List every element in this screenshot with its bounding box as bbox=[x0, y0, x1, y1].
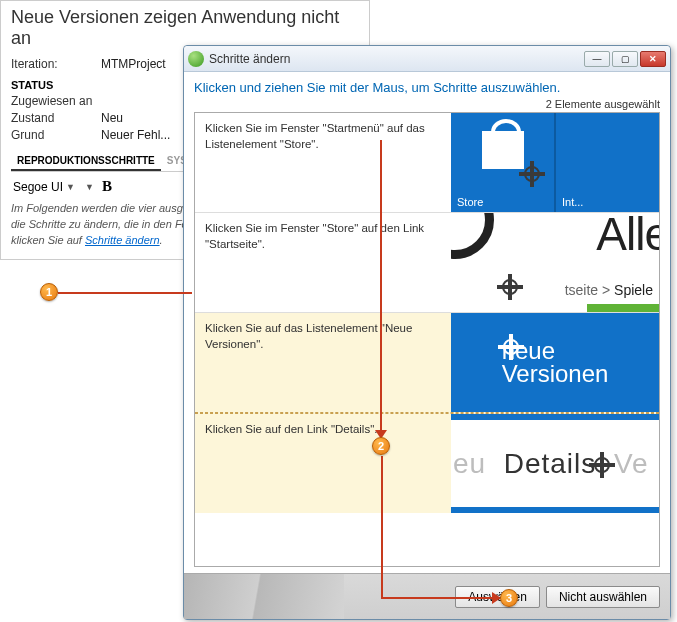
workitem-title: Neue Versionen zeigen Anwendung nicht an bbox=[11, 7, 359, 49]
tile-internet: Int... bbox=[554, 113, 659, 212]
dialog-footer: Auswählen Nicht auswählen bbox=[184, 573, 670, 619]
crosshair-icon bbox=[589, 452, 615, 478]
dialog-body: Klicken und ziehen Sie mit der Maus, um … bbox=[184, 72, 670, 573]
titlebar[interactable]: Schritte ändern — ▢ ✕ bbox=[184, 46, 670, 72]
green-bar bbox=[587, 304, 659, 312]
step-text: Klicken Sie im Fenster "Startmenü" auf d… bbox=[195, 113, 451, 212]
footer-decoration bbox=[184, 574, 344, 619]
reason-value[interactable]: Neuer Fehl... bbox=[101, 128, 170, 142]
state-label: Zustand bbox=[11, 111, 101, 125]
font-dropdown[interactable]: Segoe UI ▼ bbox=[11, 179, 77, 195]
tile-text: eu Details Ve bbox=[451, 448, 649, 480]
bold-button[interactable]: B bbox=[102, 178, 112, 195]
arc-decoration bbox=[451, 213, 494, 259]
crosshair-icon bbox=[498, 334, 524, 360]
step-row[interactable]: Klicken Sie im Fenster "Store" auf den L… bbox=[195, 213, 659, 313]
chevron-down-icon: ▼ bbox=[85, 182, 94, 192]
breadcrumb: tseite > Spiele bbox=[565, 282, 653, 298]
arrow-line bbox=[380, 140, 382, 432]
callout-3: 3 bbox=[500, 589, 518, 607]
step-thumbnail: Store Int... bbox=[451, 113, 659, 212]
step-thumbnail: neueVersionen bbox=[451, 313, 659, 412]
tile-store: Store bbox=[451, 113, 554, 212]
reason-label: Grund bbox=[11, 128, 101, 142]
app-icon bbox=[188, 51, 204, 67]
arrow-line bbox=[381, 597, 494, 599]
change-steps-dialog: Schritte ändern — ▢ ✕ Klicken und ziehen… bbox=[183, 45, 671, 620]
arrow-line bbox=[58, 292, 192, 294]
assigned-label: Zugewiesen an bbox=[11, 94, 101, 108]
step-row[interactable]: Klicken Sie auf den Link "Details". eu D… bbox=[195, 413, 659, 513]
instruction-text: Klicken und ziehen Sie mit der Maus, um … bbox=[194, 80, 660, 95]
step-row[interactable]: Klicken Sie im Fenster "Startmenü" auf d… bbox=[195, 113, 659, 213]
step-thumbnail: eu Details Ve bbox=[451, 414, 659, 513]
close-button[interactable]: ✕ bbox=[640, 51, 666, 67]
step-text: Klicken Sie auf das Listenelement "Neue … bbox=[195, 313, 451, 412]
selection-count: 2 Elemente ausgewählt bbox=[194, 98, 660, 110]
step-text: Klicken Sie im Fenster "Store" auf den L… bbox=[195, 213, 451, 312]
maximize-button[interactable]: ▢ bbox=[612, 51, 638, 67]
step-text: Klicken Sie auf den Link "Details". bbox=[195, 414, 451, 513]
minimize-button[interactable]: — bbox=[584, 51, 610, 67]
shopping-bag-icon bbox=[482, 131, 524, 169]
crosshair-icon bbox=[519, 161, 545, 187]
size-dropdown[interactable]: ▼ bbox=[83, 181, 96, 193]
step-row[interactable]: Klicken Sie auf das Listenelement "Neue … bbox=[195, 313, 659, 413]
iteration-label: Iteration: bbox=[11, 57, 101, 71]
arrow-line bbox=[381, 456, 383, 598]
state-value[interactable]: Neu bbox=[101, 111, 123, 125]
callout-2: 2 bbox=[372, 437, 390, 455]
crosshair-icon bbox=[497, 274, 523, 300]
chevron-down-icon: ▼ bbox=[66, 182, 75, 192]
callout-1: 1 bbox=[40, 283, 58, 301]
headline: Alle bbox=[596, 213, 659, 261]
change-steps-link[interactable]: Schritte ändern bbox=[85, 234, 160, 246]
tab-repro[interactable]: REPRODUKTIONSSCHRITTE bbox=[11, 152, 161, 171]
dialog-title: Schritte ändern bbox=[209, 52, 584, 66]
deselect-button[interactable]: Nicht auswählen bbox=[546, 586, 660, 608]
steps-list[interactable]: Klicken Sie im Fenster "Startmenü" auf d… bbox=[194, 112, 660, 567]
iteration-value[interactable]: MTMProject bbox=[101, 57, 166, 71]
step-thumbnail: Alle tseite > Spiele bbox=[451, 213, 659, 312]
